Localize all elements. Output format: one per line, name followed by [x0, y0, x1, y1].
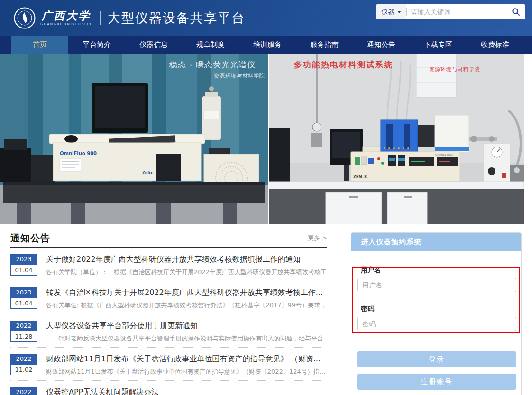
notice-title-link[interactable]: 仪器控APP无法关机问题解决办法 — [46, 387, 327, 395]
notice-year: 2022 — [10, 321, 37, 331]
notice-year: 2023 — [10, 254, 37, 265]
password-label: 密码 — [361, 305, 374, 313]
university-brand: 广西大学 GUANGXI UNIVERSITY 大型仪器设备共享平台 — [13, 7, 245, 29]
banner-right-title: 多功能热电材料测试系统 — [294, 59, 393, 70]
site-header: 广西大学 GUANGXI UNIVERSITY 大型仪器设备共享平台 仪器 — [0, 0, 532, 36]
banner-photo-thermoelectric[interactable]: ZEM-3 ADVANCE RIKO — [269, 54, 524, 224]
university-name-en: GUANGXI UNIVERSITY — [40, 22, 92, 26]
nav-item-notices[interactable]: 通知公告 — [353, 36, 410, 54]
search-category-dropdown[interactable]: 仪器 — [376, 4, 406, 19]
password-field[interactable] — [357, 317, 516, 331]
search-box: 仪器 — [376, 4, 525, 19]
university-logo-icon — [13, 7, 36, 29]
page: 广西大学 GUANGXI UNIVERSITY 大型仪器设备共享平台 仪器 首页 — [0, 0, 532, 395]
notice-texts: 关于做好2022年度广西大型科研仪器开放共享绩效考核数据填报工作的通知 各有关学… — [46, 254, 327, 276]
username-field[interactable] — [357, 278, 516, 292]
notice-year: 2022 — [10, 387, 37, 395]
notice-date: 01.04 — [10, 298, 37, 309]
device-brand-label: ADVANCE RIKO — [435, 153, 453, 156]
device-model-label: OmniFluo 900 — [60, 151, 97, 156]
university-name-cn: 广西大学 — [40, 10, 92, 21]
reservation-login-panel: 进入仪器预约系统 用户名 密码 登录 注册账号 — [351, 232, 522, 395]
brand-divider — [100, 11, 101, 25]
notice-title-link[interactable]: 大型仪器设备共享平台部分使用手册更新通知 — [46, 321, 327, 331]
banner-left-title: 稳态 - 瞬态荧光光谱仪 — [169, 59, 256, 70]
notice-date: 01.04 — [10, 265, 37, 276]
device-brand-label: Zolix — [142, 171, 153, 175]
notice-summary: 财政部网站11月1日发布《关于盘活行政事业单位国有资产的指导意见》（财资〔202… — [46, 367, 327, 376]
notices-section: 通知公告 更多 > 2023 01.04 关于做好2022年度广西大型科研仪器开… — [10, 231, 327, 395]
notice-item: 2022 仪器控APP无法关机问题解决办法 — [10, 381, 327, 395]
notice-year: 2022 — [10, 354, 37, 364]
search-button[interactable] — [506, 4, 525, 19]
notice-summary: 各有关单位: 根据《广西大型科研仪器开放共享绩效考核暂行办法》（桂科基字〔201… — [46, 301, 327, 310]
nav-item-home[interactable]: 首页 — [11, 36, 68, 54]
notice-texts: 转发《自治区科技厅关于开展2022年度广西大型科研仪器开放共享绩效考核工作...… — [46, 287, 327, 310]
notice-item: 2023 01.04 关于做好2022年度广西大型科研仪器开放共享绩效考核数据填… — [10, 248, 327, 281]
nav-item-rules[interactable]: 规章制度 — [182, 36, 239, 54]
university-name: 广西大学 GUANGXI UNIVERSITY — [40, 10, 92, 26]
search-input[interactable] — [407, 4, 506, 19]
login-panel-heading: 进入仪器预约系统 — [351, 233, 521, 251]
nav-item-downloads[interactable]: 下载专区 — [410, 36, 467, 54]
notice-date: 11.28 — [10, 331, 37, 342]
notices-more-link[interactable]: 更多 > — [308, 234, 327, 242]
notice-item: 2022 11.02 财政部网站11月1日发布《关于盘活行政事业单位国有资产的指… — [10, 348, 327, 381]
date-badge: 2023 01.04 — [10, 254, 37, 276]
notices-heading: 通知公告 — [10, 232, 50, 245]
notice-title-link[interactable]: 关于做好2022年度广西大型科研仪器开放共享绩效考核数据填报工作的通知 — [46, 254, 327, 265]
nav-item-fees[interactable]: 收费标准 — [467, 36, 523, 54]
date-badge: 2022 — [10, 387, 37, 395]
notice-date: 11.02 — [10, 364, 37, 375]
date-badge: 2023 01.04 — [10, 287, 37, 309]
notice-texts: 仪器控APP无法关机问题解决办法 — [46, 387, 327, 395]
notice-year: 2023 — [10, 287, 37, 298]
notice-summary: 各有关学院（单位）： 根据《自治区科技厅关于开展2022年度广西大型科研仪器开放… — [46, 268, 327, 276]
notice-texts: 大型仪器设备共享平台部分使用手册更新通知 针对老师反映大型仪器设备共享平台管理手… — [46, 321, 327, 343]
notice-item: 2022 11.28 大型仪器设备共享平台部分使用手册更新通知 针对老师反映大型… — [10, 314, 327, 348]
banner-photo-spectrometer[interactable]: OmniFluo 900 Zolix 稳态 - 瞬态荧光光谱仪 资源环境与材 — [0, 54, 268, 224]
banner-left-college: 资源环境与材料学院 — [214, 73, 265, 80]
date-badge: 2022 11.28 — [10, 321, 37, 342]
search-category-label: 仪器 — [382, 8, 395, 16]
notice-item: 2023 01.04 转发《自治区科技厅关于开展2022年度广西大型科研仪器开放… — [10, 281, 327, 314]
date-badge: 2022 11.02 — [10, 354, 37, 375]
main-nav: 首页 平台简介 仪器信息 规章制度 培训服务 服务指南 通知公告 下载专区 收费… — [0, 36, 532, 54]
nav-item-training[interactable]: 培训服务 — [239, 36, 296, 54]
notice-title-link[interactable]: 转发《自治区科技厅关于开展2022年度广西大型科研仪器开放共享绩效考核工作... — [46, 287, 327, 298]
register-button[interactable]: 注册账号 — [357, 374, 516, 390]
notices-header: 通知公告 更多 > — [10, 231, 327, 245]
notice-texts: 财政部网站11月1日发布《关于盘活行政事业单位国有资产的指导意见》 （财资...… — [46, 354, 327, 376]
nav-item-instrument-info[interactable]: 仪器信息 — [125, 36, 182, 54]
banner-right-college: 资源环境与材料学院 — [429, 66, 480, 73]
banner-strip: OmniFluo 900 Zolix 稳态 - 瞬态荧光光谱仪 资源环境与材 — [0, 54, 532, 224]
thermoelectric-photo-graphic: ZEM-3 ADVANCE RIKO — [269, 54, 524, 224]
notice-summary: 针对老师反映大型仪器设备共享平台管理手册的操作说明与实际使用操作有出入的问题，经… — [46, 334, 327, 343]
chevron-down-icon — [397, 11, 401, 13]
nav-item-platform-intro[interactable]: 平台简介 — [68, 36, 125, 54]
search-icon — [512, 8, 520, 16]
username-label: 用户名 — [361, 266, 381, 275]
device-model-label: ZEM-3 — [353, 175, 367, 179]
nav-item-service-guide[interactable]: 服务指南 — [296, 36, 353, 54]
login-button[interactable]: 登录 — [357, 351, 516, 367]
platform-title: 大型仪器设备共享平台 — [108, 9, 245, 27]
notice-title-link[interactable]: 财政部网站11月1日发布《关于盘活行政事业单位国有资产的指导意见》 （财资... — [46, 354, 327, 364]
